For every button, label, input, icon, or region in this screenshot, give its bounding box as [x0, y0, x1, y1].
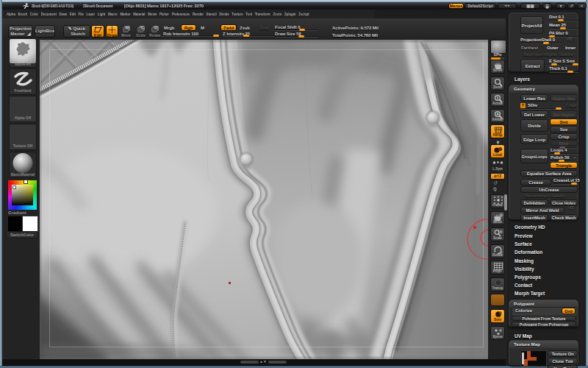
- svg-text:S: S: [140, 26, 143, 30]
- svg-text:M: M: [125, 26, 129, 30]
- svg-text:1: 1: [497, 96, 499, 100]
- svg-text:A: A: [496, 112, 499, 116]
- svg-text:R: R: [154, 26, 157, 30]
